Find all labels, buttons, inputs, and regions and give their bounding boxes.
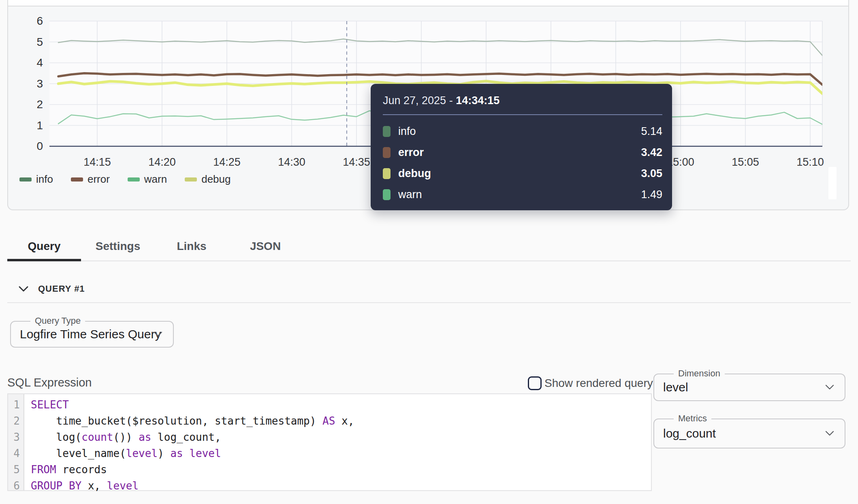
sql-keyword: level: [126, 447, 158, 459]
tooltip-series-value: 1.49: [641, 188, 662, 201]
tooltip-series-label: warn: [398, 188, 422, 201]
tooltip-swatch: [383, 126, 391, 137]
y-axis-label: 6: [36, 15, 43, 27]
sql-text: log(: [31, 431, 81, 443]
tooltip-series-label: debug: [398, 167, 431, 180]
legend-label: debug: [201, 173, 231, 186]
x-axis-label: 14:20: [148, 156, 176, 168]
code-line: time_bucket($resolution, start_timestamp…: [31, 413, 354, 429]
query-section-header[interactable]: QUERY #1: [18, 284, 85, 294]
legend-swatch: [128, 177, 140, 182]
metrics-select[interactable]: Metrics log_count: [653, 419, 845, 448]
sql-text: time_bucket($resolution, start_timestamp…: [31, 415, 322, 427]
sql-text: level_name(: [31, 447, 126, 459]
legend-item[interactable]: warn: [128, 173, 167, 186]
tab-bar: QuerySettingsLinksJSON: [7, 233, 302, 261]
legend-swatch: [185, 177, 197, 182]
sql-editor[interactable]: 123456 SELECT time_bucket($resolution, s…: [7, 393, 652, 491]
legend-item[interactable]: info: [19, 173, 53, 186]
chart-tooltip: Jun 27, 2025 - 14:34:15 info5.14error3.4…: [371, 84, 672, 210]
line-number: 3: [8, 429, 23, 445]
chevron-down-icon: [154, 331, 162, 337]
chart-card-header: [8, 0, 848, 6]
y-axis-label: 1: [36, 119, 43, 132]
dimension-select[interactable]: Dimension level: [653, 374, 845, 401]
dimension-value: level: [663, 374, 688, 400]
tooltip-row: info5.14: [383, 121, 662, 142]
line-number: 6: [8, 478, 23, 494]
line-number: 1: [8, 397, 23, 413]
chart-legend: infoerrorwarndebug: [19, 173, 231, 186]
sql-keyword: level: [189, 447, 221, 459]
code-line: GROUP BY x, level: [31, 478, 354, 494]
x-axis-label: 15:10: [796, 156, 824, 168]
sql-keyword: FROM: [31, 463, 56, 476]
legend-item[interactable]: debug: [185, 173, 231, 186]
tooltip-divider: [383, 114, 662, 115]
sql-keyword: count: [81, 431, 113, 443]
line-number: 4: [8, 445, 23, 461]
tooltip-swatch: [383, 189, 391, 200]
chevron-down-icon: [18, 285, 29, 293]
line-number: 5: [8, 461, 23, 478]
tooltip-series-value: 5.14: [641, 125, 662, 138]
sql-keyword: as: [170, 447, 183, 459]
show-rendered-query-label[interactable]: Show rendered query: [544, 377, 653, 390]
y-axis-label: 3: [36, 77, 43, 90]
tooltip-row: error3.42: [383, 142, 662, 163]
tooltip-swatch: [383, 147, 391, 158]
query-section-title: QUERY #1: [38, 284, 85, 294]
tooltip-date: Jun 27, 2025 -: [383, 94, 456, 107]
section-divider: [7, 302, 851, 303]
legend-item[interactable]: error: [71, 173, 110, 186]
chevron-down-icon: [825, 431, 834, 436]
x-axis-label: 14:25: [213, 156, 241, 168]
code-line: SELECT: [31, 397, 354, 413]
legend-swatch: [19, 177, 32, 182]
sql-editor-gutter: 123456: [8, 394, 24, 490]
tooltip-series-value: 3.42: [641, 146, 662, 159]
y-axis-label: 0: [36, 140, 43, 152]
tooltip-row: warn1.49: [383, 184, 662, 205]
code-line: FROM records: [31, 461, 354, 478]
sql-keyword: as: [139, 431, 151, 443]
x-axis-label: 15:05: [732, 156, 759, 168]
sql-text: ()): [113, 431, 139, 443]
tab-query[interactable]: Query: [7, 233, 81, 261]
tooltip-series-value: 3.05: [641, 167, 662, 180]
tooltip-rows: info5.14error3.42debug3.05warn1.49: [383, 121, 662, 205]
scrollbar-thumb[interactable]: [828, 167, 837, 199]
sql-editor-code[interactable]: SELECT time_bucket($resolution, start_ti…: [24, 394, 354, 490]
sql-keyword: level: [107, 480, 139, 492]
show-rendered-query-checkbox[interactable]: [528, 376, 542, 390]
query-type-select[interactable]: Query Type Logfire Time Series Query: [10, 321, 174, 348]
y-axis-label: 4: [36, 56, 43, 69]
line-number: 2: [8, 413, 23, 429]
tab-json[interactable]: JSON: [228, 233, 302, 261]
metrics-value: log_count: [663, 419, 716, 448]
code-line: level_name(level) as level: [31, 445, 354, 461]
sql-text: x,: [81, 480, 107, 492]
sql-text: [183, 447, 190, 459]
legend-label: warn: [144, 173, 167, 186]
y-axis-label: 2: [36, 98, 43, 111]
tooltip-timestamp: Jun 27, 2025 - 14:34:15: [383, 94, 662, 107]
y-axis-label: 5: [36, 36, 43, 48]
tab-links[interactable]: Links: [155, 233, 228, 261]
legend-swatch: [71, 177, 83, 182]
tab-settings[interactable]: Settings: [81, 233, 155, 261]
sql-text: x,: [335, 415, 354, 427]
sql-text: records: [56, 463, 107, 476]
sql-text: ): [158, 447, 170, 459]
sql-expression-label: SQL Expression: [7, 376, 92, 389]
tooltip-time: 14:34:15: [456, 94, 499, 107]
code-line: log(count()) as log_count,: [31, 429, 354, 445]
tooltip-row: debug3.05: [383, 163, 662, 184]
legend-label: error: [88, 173, 110, 186]
tooltip-series-label: info: [398, 125, 416, 138]
sql-keyword: SELECT: [31, 399, 69, 411]
sql-keyword: GROUP BY: [31, 480, 81, 492]
legend-label: info: [36, 173, 53, 186]
tooltip-swatch: [383, 168, 391, 179]
tooltip-series-label: error: [398, 146, 424, 159]
